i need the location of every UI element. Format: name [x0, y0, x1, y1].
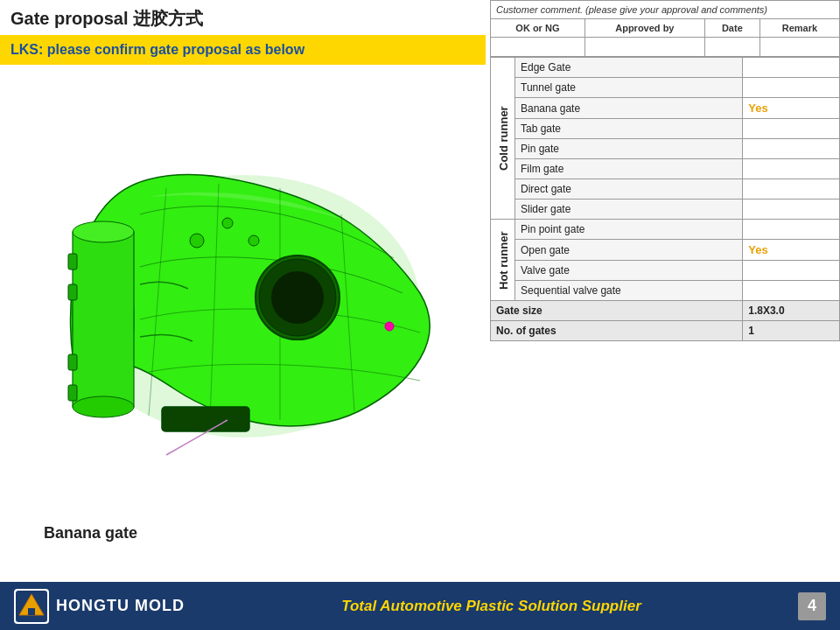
gate-slider-val — [743, 200, 840, 220]
customer-comment-table: Customer comment. (please give your appr… — [490, 0, 840, 57]
hot-runner-valve-gate: Valve gate — [491, 261, 840, 281]
part-3d-model — [26, 109, 464, 503]
gate-valve: Valve gate — [515, 261, 743, 281]
gate-pin-val — [743, 139, 840, 159]
svg-point-10 — [222, 218, 233, 228]
svg-point-9 — [190, 234, 204, 248]
svg-rect-13 — [68, 284, 77, 300]
gate-tab-val — [743, 119, 840, 139]
gate-banana-val: Yes — [743, 98, 840, 119]
hot-runner-sequential: Sequential valve gate — [491, 281, 840, 301]
gate-sequential-val — [743, 281, 840, 301]
svg-point-4 — [73, 221, 134, 242]
num-gates-row: No. of gates 1 — [491, 321, 840, 341]
svg-rect-15 — [68, 385, 77, 401]
gate-tunnel-val — [743, 78, 840, 98]
hot-runner-pin-point: Hot runner Pin point gate — [491, 220, 840, 240]
gate-film-val — [743, 159, 840, 179]
svg-rect-12 — [68, 254, 77, 270]
svg-point-7 — [271, 271, 324, 324]
svg-rect-20 — [28, 608, 35, 615]
gate-size-label: Gate size — [491, 301, 743, 321]
gate-valve-val — [743, 261, 840, 281]
page-number: 4 — [798, 592, 826, 620]
col-approved-by: Approved by — [584, 19, 704, 38]
footer: HONGTU MOLD Total Automotive Plastic Sol… — [0, 582, 840, 630]
cold-runner-tab-gate: Tab gate — [491, 119, 840, 139]
gate-open-val: Yes — [743, 240, 840, 261]
header: Gate proposal 进胶方式 — [0, 0, 490, 34]
gate-pin: Pin gate — [515, 139, 743, 159]
cold-runner-direct-gate: Direct gate — [491, 179, 840, 200]
cell-ok-ng-val — [491, 38, 585, 57]
footer-tagline: Total Automotive Plastic Solution Suppli… — [185, 598, 798, 615]
gate-film: Film gate — [515, 159, 743, 179]
page-title: Gate proposal 进胶方式 — [10, 7, 480, 31]
right-panel: Customer comment. (please give your appr… — [490, 0, 840, 341]
cold-runner-pin-gate: Pin gate — [491, 139, 840, 159]
logo-area: HONGTU MOLD — [14, 589, 185, 624]
cold-runner-film-gate: Film gate — [491, 159, 840, 179]
gate-edge: Edge Gate — [515, 58, 743, 78]
banana-gate-label: Banana gate — [44, 524, 137, 542]
logo-svg — [16, 591, 47, 622]
svg-point-3 — [73, 396, 134, 417]
num-gates-label: No. of gates — [491, 321, 743, 341]
hot-runner-label: Hot runner — [491, 220, 515, 301]
gate-open: Open gate — [515, 240, 743, 261]
svg-rect-14 — [68, 354, 77, 370]
cell-date-val — [704, 38, 760, 57]
col-date: Date — [704, 19, 760, 38]
cold-runner-banana-gate: Banana gate Yes — [491, 98, 840, 119]
gate-sequential: Sequential valve gate — [515, 281, 743, 301]
cold-runner-label: Cold runner — [491, 58, 515, 220]
yellow-banner: LKS: please confirm gate proposal as bel… — [0, 35, 486, 65]
gate-size-value: 1.8X3.0 — [743, 301, 840, 321]
num-gates-value: 1 — [743, 321, 840, 341]
gate-direct: Direct gate — [515, 179, 743, 200]
gate-pin-point-val — [743, 220, 840, 240]
cold-runner-edge-gate: Cold runner Edge Gate — [491, 58, 840, 78]
svg-rect-8 — [162, 407, 249, 431]
part-image — [0, 70, 490, 542]
cell-remark-val — [760, 38, 839, 57]
hot-runner-open-gate: Open gate Yes — [491, 240, 840, 261]
gate-slider: Slider gate — [515, 200, 743, 220]
cold-runner-slider-gate: Slider gate — [491, 200, 840, 220]
cold-runner-tunnel-gate: Tunnel gate — [491, 78, 840, 98]
col-remark: Remark — [760, 19, 839, 38]
banana-gate-text: Banana gate — [44, 524, 137, 542]
banner-text: LKS: please confirm gate proposal as bel… — [10, 42, 304, 57]
col-ok-ng: OK or NG — [491, 19, 585, 38]
gate-edge-val — [743, 58, 840, 78]
cell-approved-val — [584, 38, 704, 57]
gate-pin-point: Pin point gate — [515, 220, 743, 240]
gate-options-table: Cold runner Edge Gate Tunnel gate Banana… — [490, 57, 840, 341]
logo-text: HONGTU MOLD — [56, 597, 185, 615]
gate-direct-val — [743, 179, 840, 200]
customer-comment-header: Customer comment. (please give your appr… — [491, 1, 840, 19]
gate-size-row: Gate size 1.8X3.0 — [491, 301, 840, 321]
gate-banana: Banana gate — [515, 98, 743, 119]
gate-tunnel: Tunnel gate — [515, 78, 743, 98]
gate-tab: Tab gate — [515, 119, 743, 139]
logo-icon — [14, 589, 49, 624]
svg-point-16 — [385, 322, 394, 331]
svg-point-11 — [248, 235, 259, 246]
